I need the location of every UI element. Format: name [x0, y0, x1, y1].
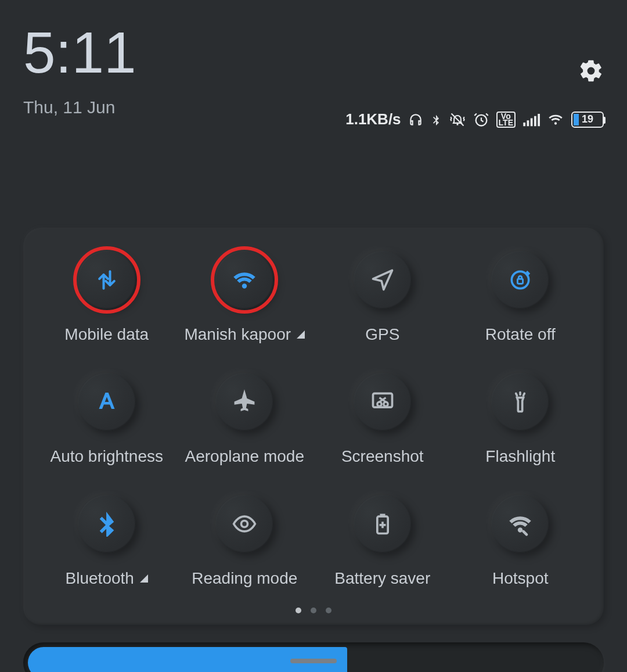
- tile-auto-brightness-label: Auto brightness: [50, 447, 163, 466]
- tile-wifi[interactable]: Manish kapoor: [179, 251, 311, 344]
- tile-hotspot-label: Hotspot: [492, 569, 549, 588]
- tile-aeroplane[interactable]: Aeroplane mode: [179, 373, 311, 466]
- tile-flashlight-toggle[interactable]: [491, 373, 549, 431]
- tile-reading-mode[interactable]: Reading mode: [179, 495, 311, 588]
- gear-icon: [578, 58, 604, 84]
- wifi-icon: [232, 267, 257, 293]
- svg-rect-5: [534, 116, 536, 126]
- location-arrow-icon: [370, 267, 395, 293]
- battery-percent: 19: [572, 113, 603, 125]
- bluetooth-status-icon: [430, 112, 442, 128]
- svg-rect-2: [523, 123, 525, 126]
- svg-point-0: [456, 123, 458, 125]
- letter-a-icon: [94, 389, 120, 415]
- nav-handle[interactable]: [290, 659, 337, 663]
- tile-gps-toggle[interactable]: [354, 251, 412, 309]
- tile-aeroplane-toggle[interactable]: [215, 373, 273, 431]
- svg-rect-6: [538, 114, 540, 126]
- tile-rotate[interactable]: Rotate off: [455, 251, 587, 344]
- tile-aeroplane-label: Aeroplane mode: [185, 447, 304, 466]
- clock-date: Thu, 11 Jun: [23, 98, 136, 117]
- tile-rotate-toggle[interactable]: [491, 251, 549, 309]
- tile-reading-mode-label: Reading mode: [192, 569, 297, 588]
- flashlight-icon: [507, 389, 533, 415]
- page-dot[interactable]: [296, 608, 301, 613]
- tile-mobile-data-label: Mobile data: [64, 325, 149, 344]
- status-bar: 1.1KB/s Vo LTE 19: [345, 110, 604, 128]
- eye-icon: [232, 511, 257, 537]
- tile-gps-label: GPS: [365, 325, 399, 344]
- headphones-icon: [408, 112, 423, 127]
- tile-flashlight[interactable]: Flashlight: [455, 373, 587, 466]
- tile-rotate-label: Rotate off: [485, 325, 556, 344]
- page-dot[interactable]: [326, 608, 331, 613]
- data-rate: 1.1KB/s: [345, 110, 401, 128]
- tile-reading-mode-toggle[interactable]: [215, 495, 273, 553]
- tile-wifi-toggle[interactable]: [215, 251, 273, 309]
- tile-bluetooth[interactable]: Bluetooth: [41, 495, 173, 588]
- tile-bluetooth-toggle[interactable]: [78, 495, 136, 553]
- volte-badge: Vo LTE: [496, 112, 516, 128]
- tile-gps[interactable]: GPS: [316, 251, 449, 344]
- chevron-expand-icon[interactable]: [297, 330, 305, 339]
- tile-battery-saver-label: Battery saver: [334, 569, 430, 588]
- screenshot-icon: [370, 389, 395, 415]
- svg-rect-4: [531, 118, 533, 126]
- cellular-signal-icon: [522, 112, 540, 127]
- settings-button[interactable]: [578, 58, 604, 84]
- tile-wifi-label: Manish kapoor: [184, 325, 305, 344]
- rotate-lock-icon: [507, 267, 533, 293]
- tile-mobile-data-toggle[interactable]: [78, 251, 136, 309]
- hotspot-icon: [507, 511, 533, 537]
- tile-auto-brightness[interactable]: Auto brightness: [41, 373, 173, 466]
- tile-screenshot[interactable]: Screenshot: [316, 373, 449, 466]
- quick-settings-panel: Mobile dataManish kapoorGPSRotate offAut…: [23, 228, 604, 625]
- tile-bluetooth-label: Bluetooth: [66, 569, 148, 588]
- airplane-icon: [232, 389, 257, 415]
- tile-auto-brightness-toggle[interactable]: [78, 373, 136, 431]
- tile-mobile-data[interactable]: Mobile data: [41, 251, 173, 344]
- bluetooth-icon: [94, 511, 120, 537]
- tile-hotspot[interactable]: Hotspot: [455, 495, 587, 588]
- tile-screenshot-label: Screenshot: [341, 447, 424, 466]
- alarm-icon: [473, 112, 489, 128]
- battery-indicator: 19: [571, 112, 604, 128]
- page-indicator[interactable]: [41, 608, 586, 613]
- brightness-slider[interactable]: [23, 642, 604, 672]
- tile-flashlight-label: Flashlight: [485, 447, 555, 466]
- tile-hotspot-toggle[interactable]: [491, 495, 549, 553]
- tile-battery-saver[interactable]: Battery saver: [316, 495, 449, 588]
- wifi-status-icon: [547, 112, 564, 127]
- chevron-expand-icon[interactable]: [140, 574, 148, 583]
- svg-rect-3: [527, 120, 529, 126]
- page-dot[interactable]: [311, 608, 316, 613]
- clock-time: 5:11: [23, 23, 136, 81]
- battery-plus-icon: [370, 511, 395, 537]
- dnd-vibrate-icon: [449, 112, 466, 128]
- mobile-data-icon: [94, 267, 120, 293]
- tile-screenshot-toggle[interactable]: [354, 373, 412, 431]
- tile-battery-saver-toggle[interactable]: [354, 495, 412, 553]
